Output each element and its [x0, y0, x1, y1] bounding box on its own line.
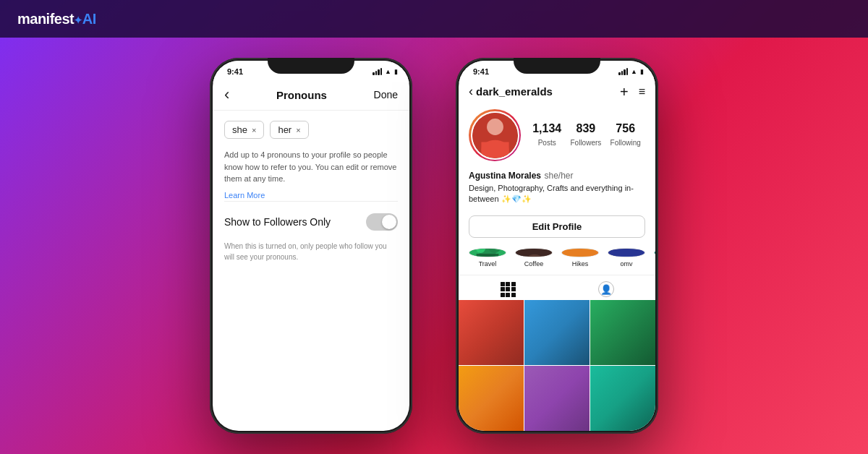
right-phone-screen: 9:41 ▲ ▮ ‹ dark_emeralds +	[459, 61, 655, 431]
svg-rect-6	[477, 254, 499, 257]
toggle-knob	[382, 215, 396, 229]
pronouns-content: she × her × Add up to 4 pronouns to your…	[213, 111, 409, 431]
highlight-travel-circle	[469, 248, 506, 257]
right-phone-notch	[514, 58, 600, 74]
grid-icon	[501, 282, 516, 297]
pronoun-tag-she[interactable]: she ×	[224, 121, 264, 139]
right-wifi-icon: ▲	[631, 68, 637, 75]
instagram-nav: ‹ dark_emeralds + ≡	[459, 82, 655, 103]
highlight-c[interactable]: C	[654, 248, 655, 267]
left-status-time: 9:41	[227, 67, 243, 76]
highlight-omv-label: omv	[620, 260, 632, 267]
avatar-inner	[471, 111, 519, 160]
svg-rect-21	[655, 249, 655, 257]
highlight-coffee-circle	[515, 248, 553, 257]
back-button[interactable]: ‹	[224, 85, 229, 104]
show-followers-label: Show to Followers Only	[224, 216, 331, 228]
post-thumb-6[interactable]	[590, 366, 655, 431]
pronouns-title: Pronouns	[276, 89, 327, 101]
tab-bar: 👤	[459, 275, 655, 300]
highlight-travel[interactable]: Travel	[469, 248, 506, 267]
remove-she-icon[interactable]: ×	[252, 126, 256, 134]
remove-her-icon[interactable]: ×	[296, 126, 300, 134]
post-thumb-3[interactable]	[590, 300, 655, 365]
top-bar: manifest✦AI	[0, 0, 868, 38]
right-phone: 9:41 ▲ ▮ ‹ dark_emeralds +	[456, 58, 658, 434]
highlight-coffee[interactable]: Coffee	[515, 248, 553, 267]
posts-count: 1,134	[532, 122, 561, 135]
right-status-icons: ▲ ▮	[618, 68, 644, 75]
insta-nav-icons: + ≡	[620, 85, 645, 99]
avatar[interactable]	[469, 109, 521, 161]
highlight-hikes-circle	[561, 248, 599, 257]
highlight-hikes-label: Hikes	[572, 260, 589, 267]
highlight-hikes[interactable]: Hikes	[561, 248, 599, 267]
insta-menu-button[interactable]: ≡	[639, 85, 645, 98]
posts-label: Posts	[538, 139, 556, 147]
stat-posts: 1,134 Posts	[532, 122, 561, 148]
highlight-travel-label: Travel	[479, 260, 497, 267]
post-grid	[459, 300, 655, 431]
left-phone-screen: 9:41 ▲ ▮ ‹ Pronouns Done	[213, 61, 409, 431]
followers-description: When this is turned on, only people who …	[224, 241, 398, 262]
followers-label: Followers	[570, 139, 601, 147]
stats-row: 1,134 Posts 839 Followers 756 Following	[528, 122, 645, 148]
insta-add-button[interactable]: +	[620, 85, 629, 99]
phones-container: 9:41 ▲ ▮ ‹ Pronouns Done	[0, 0, 868, 454]
highlight-coffee-label: Coffee	[524, 260, 543, 267]
profile-section: 1,134 Posts 839 Followers 756 Following	[459, 103, 655, 168]
right-signal-bars-icon	[618, 68, 628, 75]
left-status-icons: ▲ ▮	[373, 68, 398, 75]
post-thumb-4[interactable]	[459, 366, 524, 431]
right-battery-icon: ▮	[640, 68, 644, 75]
signal-bars-icon	[373, 68, 382, 75]
tab-tagged[interactable]: 👤	[557, 281, 655, 297]
avatar-image	[472, 113, 518, 158]
brand-star: ✦	[74, 14, 82, 26]
wifi-icon: ▲	[385, 68, 391, 75]
pronouns-nav: ‹ Pronouns Done	[213, 82, 409, 111]
tagged-icon: 👤	[598, 281, 614, 297]
pronoun-tags: she × her ×	[224, 121, 398, 139]
followers-toggle[interactable]	[366, 213, 398, 231]
bio-name-row: Agustina Morales she/her	[469, 168, 645, 181]
done-button[interactable]: Done	[374, 89, 398, 100]
highlight-omv-circle	[608, 248, 645, 257]
learn-more-link[interactable]: Learn More	[224, 191, 265, 200]
svg-rect-12	[562, 249, 599, 257]
tab-grid[interactable]	[459, 281, 557, 297]
left-phone-notch	[268, 58, 354, 74]
highlight-c-circle	[654, 248, 655, 257]
svg-point-1	[487, 119, 503, 135]
divider	[224, 201, 398, 202]
bio-section: Agustina Morales she/her Design, Photogr…	[459, 168, 655, 211]
insta-username: dark_emeralds	[476, 85, 620, 98]
stat-following: 756 Following	[610, 122, 641, 148]
following-count: 756	[610, 122, 641, 135]
battery-icon: ▮	[394, 68, 398, 75]
highlight-omv[interactable]: omv	[608, 248, 645, 267]
show-followers-row: Show to Followers Only	[224, 213, 398, 231]
bio-name: Agustina Morales	[469, 171, 541, 181]
bio-description: Design, Photography, Crafts and everythi…	[469, 183, 645, 205]
pronoun-tag-her[interactable]: her ×	[270, 121, 308, 139]
bio-pronouns: she/her	[544, 171, 573, 181]
post-thumb-1[interactable]	[459, 300, 524, 365]
highlights-row: Travel C	[459, 245, 655, 275]
edit-profile-button[interactable]: Edit Profile	[469, 215, 645, 238]
stat-followers: 839 Followers	[570, 122, 601, 148]
brand-logo: manifest✦AI	[17, 11, 96, 27]
pronouns-description: Add up to 4 pronouns to your profile so …	[224, 149, 398, 185]
brand-name: manifest	[17, 11, 74, 27]
followers-count: 839	[570, 122, 601, 135]
post-thumb-2[interactable]	[524, 300, 590, 365]
avatar-svg	[472, 113, 518, 158]
post-thumb-5[interactable]	[524, 366, 590, 431]
svg-rect-18	[621, 256, 633, 257]
right-status-time: 9:41	[473, 67, 489, 76]
left-phone: 9:41 ▲ ▮ ‹ Pronouns Done	[210, 58, 412, 434]
insta-back-button[interactable]: ‹	[469, 84, 473, 99]
svg-rect-3	[481, 142, 509, 157]
brand-ai: AI	[82, 11, 96, 27]
following-label: Following	[610, 139, 641, 147]
